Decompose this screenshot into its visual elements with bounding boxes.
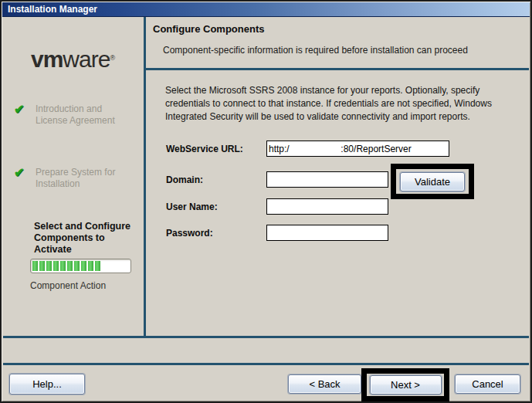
sidebar-step-prepare-system: ✔ Prepare System for Installation xyxy=(14,167,134,190)
username-input[interactable] xyxy=(266,198,388,215)
next-button[interactable]: Next > xyxy=(370,375,442,395)
vmware-logo-regular: ware xyxy=(63,46,110,72)
next-highlight-box: Next > xyxy=(361,368,449,401)
window-title: Installation Manager xyxy=(8,4,97,15)
vmware-logo: vmware® xyxy=(2,46,144,73)
username-label: User Name: xyxy=(166,202,218,212)
validate-highlight-box: Validate xyxy=(391,164,474,199)
vmware-logo-bold: vm xyxy=(31,46,63,72)
help-button[interactable]: Help... xyxy=(9,374,85,395)
sidebar-step-label: Introduction and License Agreement xyxy=(36,103,134,127)
webservice-url-label: WebService URL: xyxy=(166,144,243,154)
password-label: Password: xyxy=(166,228,213,239)
password-input[interactable] xyxy=(266,225,388,241)
page-title: Configure Components xyxy=(153,23,264,35)
header-divider xyxy=(146,68,529,70)
domain-label: Domain: xyxy=(166,174,203,185)
sidebar-step-label: Prepare System for Installation xyxy=(36,167,134,190)
registered-mark-icon: ® xyxy=(110,54,114,62)
component-progress-bar xyxy=(30,259,131,273)
progress-fill xyxy=(32,261,102,271)
sidebar-step-current-select-components: Select and Configure Components to Activ… xyxy=(34,221,137,256)
page-subtitle: Component-specific information is requir… xyxy=(163,45,468,56)
domain-input[interactable] xyxy=(266,171,388,188)
cancel-button[interactable]: Cancel xyxy=(455,374,520,394)
window-title-bar[interactable]: Installation Manager xyxy=(2,2,530,17)
body-bottom-divider xyxy=(3,336,529,338)
checkmark-icon: ✔ xyxy=(14,103,26,127)
sidebar-step-introduction: ✔ Introduction and License Agreement xyxy=(14,103,134,127)
validate-button[interactable]: Validate xyxy=(400,172,465,191)
webservice-url-input[interactable] xyxy=(266,141,449,157)
checkmark-icon: ✔ xyxy=(14,167,26,190)
installation-manager-window: Installation Manager vmware® ✔ Introduct… xyxy=(0,0,532,403)
back-button[interactable]: < Back xyxy=(288,374,361,394)
footer-divider xyxy=(3,363,529,365)
sidebar-divider xyxy=(144,17,146,337)
component-action-label: Component Action xyxy=(30,280,106,291)
instructions-text: Select the Microsoft SSRS 2008 instance … xyxy=(165,84,514,124)
